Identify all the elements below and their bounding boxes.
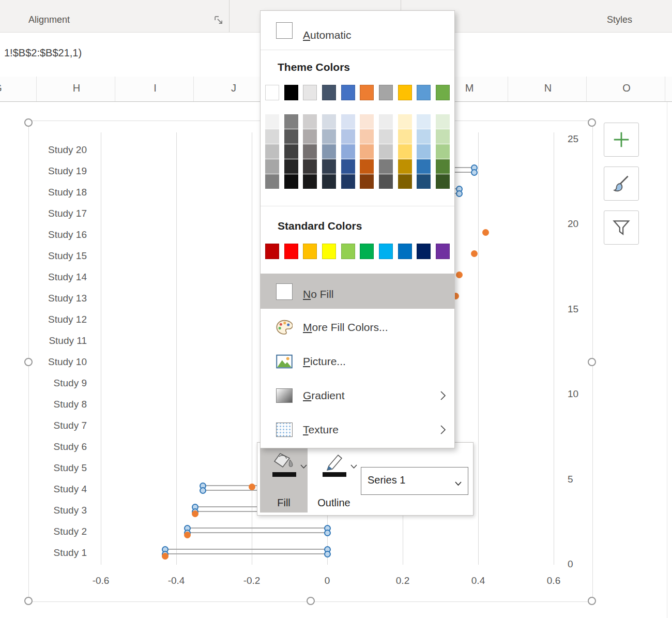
endpoint-marker[interactable]	[471, 169, 478, 176]
theme-variant-swatch[interactable]	[436, 174, 450, 189]
theme-variant-swatch[interactable]	[265, 174, 279, 189]
theme-variant-swatch[interactable]	[379, 174, 393, 189]
theme-variant-swatch[interactable]	[303, 144, 317, 159]
fill-button[interactable]: Fill	[260, 445, 308, 513]
chart-resize-handle[interactable]	[588, 597, 596, 605]
effect-marker[interactable]	[192, 510, 198, 517]
chart-resize-handle[interactable]	[24, 597, 33, 605]
theme-variant-swatch[interactable]	[398, 174, 412, 189]
theme-variant-swatch[interactable]	[303, 159, 317, 174]
chart-resize-handle[interactable]	[24, 118, 33, 127]
theme-variant-swatch[interactable]	[322, 174, 336, 189]
effect-marker[interactable]	[482, 229, 489, 236]
theme-variant-swatch[interactable]	[417, 174, 431, 189]
theme-variant-swatch[interactable]	[284, 159, 298, 174]
column-header-O[interactable]: O	[622, 82, 631, 94]
theme-variant-swatch[interactable]	[284, 144, 298, 159]
theme-variant-swatch[interactable]	[322, 144, 336, 159]
menu-item-automatic[interactable]: Automatic	[261, 16, 454, 44]
theme-color-swatch[interactable]	[436, 85, 450, 100]
theme-variant-swatch[interactable]	[303, 129, 317, 144]
column-header-G[interactable]: G	[0, 82, 2, 94]
theme-variant-swatch[interactable]	[379, 144, 393, 159]
standard-color-swatch[interactable]	[379, 244, 393, 259]
theme-variant-swatch[interactable]	[417, 159, 431, 174]
chart-elements-button[interactable]	[604, 123, 639, 157]
standard-color-swatch[interactable]	[398, 244, 412, 259]
theme-color-swatch[interactable]	[360, 85, 374, 100]
column-header-H[interactable]: H	[73, 82, 80, 94]
theme-variant-swatch[interactable]	[417, 129, 431, 144]
chart-styles-button[interactable]	[604, 167, 639, 201]
theme-variant-swatch[interactable]	[322, 114, 336, 129]
theme-variant-swatch[interactable]	[436, 129, 450, 144]
chart-resize-handle[interactable]	[588, 118, 596, 127]
standard-color-swatch[interactable]	[417, 244, 431, 259]
theme-variant-swatch[interactable]	[398, 159, 412, 174]
theme-variant-swatch[interactable]	[341, 114, 355, 129]
endpoint-marker[interactable]	[200, 487, 206, 494]
effect-marker[interactable]	[162, 553, 169, 560]
formula-bar-value[interactable]: 1!$B$2:$B$21,1)	[4, 47, 82, 59]
theme-variant-swatch[interactable]	[436, 114, 450, 129]
theme-variant-swatch[interactable]	[341, 144, 355, 159]
chart-resize-handle[interactable]	[588, 358, 596, 366]
standard-color-swatch[interactable]	[303, 244, 317, 259]
outline-button[interactable]: Outline	[310, 445, 358, 513]
theme-variant-swatch[interactable]	[341, 129, 355, 144]
series-selector[interactable]: Series 1	[361, 467, 468, 495]
standard-color-swatch[interactable]	[322, 244, 336, 259]
theme-variant-swatch[interactable]	[322, 159, 336, 174]
theme-color-swatch[interactable]	[303, 85, 317, 100]
standard-color-swatch[interactable]	[341, 244, 355, 259]
standard-color-swatch[interactable]	[265, 244, 279, 259]
theme-variant-swatch[interactable]	[341, 159, 355, 174]
chart-resize-handle[interactable]	[24, 358, 33, 366]
menu-item-gradient[interactable]: Gradient	[261, 379, 454, 413]
theme-variant-swatch[interactable]	[379, 159, 393, 174]
standard-color-swatch[interactable]	[436, 244, 450, 259]
theme-variant-swatch[interactable]	[417, 144, 431, 159]
theme-color-swatch[interactable]	[398, 85, 412, 100]
column-header-N[interactable]: N	[544, 82, 552, 94]
theme-variant-swatch[interactable]	[398, 114, 412, 129]
theme-variant-swatch[interactable]	[360, 114, 374, 129]
dialog-launcher-icon[interactable]	[213, 14, 224, 26]
chart-resize-handle[interactable]	[307, 597, 315, 605]
chart-filters-button[interactable]	[604, 210, 639, 245]
theme-variant-swatch[interactable]	[360, 174, 374, 189]
effect-marker[interactable]	[456, 272, 463, 278]
theme-variant-swatch[interactable]	[360, 129, 374, 144]
column-header-J[interactable]: J	[231, 82, 236, 94]
theme-variant-swatch[interactable]	[417, 114, 431, 129]
theme-variant-swatch[interactable]	[284, 114, 298, 129]
endpoint-marker[interactable]	[324, 551, 331, 557]
theme-variant-swatch[interactable]	[303, 174, 317, 189]
effect-marker[interactable]	[184, 532, 191, 538]
theme-color-swatch[interactable]	[284, 85, 298, 100]
theme-variant-swatch[interactable]	[265, 114, 279, 129]
endpoint-marker[interactable]	[324, 530, 331, 536]
menu-item-more-fill-colors[interactable]: More Fill Colors...	[261, 311, 454, 345]
theme-color-swatch[interactable]	[265, 85, 279, 100]
endpoint-marker[interactable]	[456, 190, 463, 197]
theme-variant-swatch[interactable]	[436, 159, 450, 174]
theme-variant-swatch[interactable]	[265, 159, 279, 174]
theme-variant-swatch[interactable]	[341, 174, 355, 189]
effect-marker[interactable]	[471, 250, 478, 257]
column-header-M[interactable]: M	[465, 82, 474, 94]
column-header-I[interactable]: I	[154, 82, 157, 94]
theme-variant-swatch[interactable]	[303, 114, 317, 129]
theme-variant-swatch[interactable]	[265, 129, 279, 144]
theme-variant-swatch[interactable]	[360, 159, 374, 174]
theme-variant-swatch[interactable]	[436, 144, 450, 159]
theme-color-swatch[interactable]	[341, 85, 355, 100]
theme-variant-swatch[interactable]	[398, 129, 412, 144]
standard-color-swatch[interactable]	[360, 244, 374, 259]
menu-item-texture[interactable]: Texture	[261, 413, 454, 447]
standard-color-swatch[interactable]	[284, 244, 298, 259]
theme-variant-swatch[interactable]	[379, 114, 393, 129]
theme-variant-swatch[interactable]	[284, 174, 298, 189]
menu-item-no-fill[interactable]: No Fill	[261, 274, 454, 309]
theme-color-swatch[interactable]	[322, 85, 336, 100]
